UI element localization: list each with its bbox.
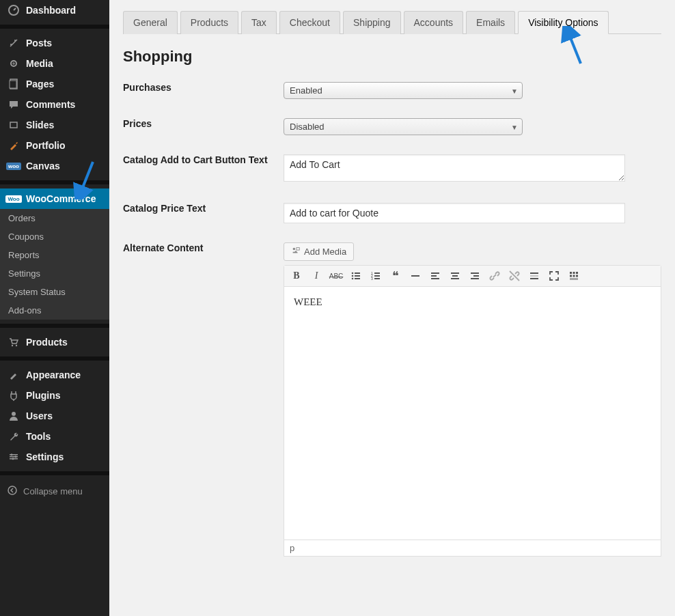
sidebar-label: Settings (26, 451, 64, 462)
editor-quote-button[interactable]: ❝ (386, 267, 405, 285)
editor-unlink-button[interactable] (505, 267, 524, 285)
tab-shipping[interactable]: Shipping (343, 11, 401, 34)
svg-rect-30 (431, 272, 439, 274)
tab-products[interactable]: Products (180, 11, 238, 34)
tab-visibility-options[interactable]: Visibility Options (518, 11, 608, 34)
editor-align-center-button[interactable] (445, 267, 465, 285)
tab-tax[interactable]: Tax (241, 11, 277, 34)
label-catalog-btn: Catalog Add to Cart Button Text (123, 154, 284, 165)
sidebar-label: Comments (26, 99, 75, 110)
sidebar-item-portfolio[interactable]: Portfolio (0, 135, 109, 156)
sidebar-sub-settings[interactable]: Settings (0, 264, 109, 283)
svg-rect-29 (411, 275, 419, 277)
add-media-label: Add Media (304, 247, 346, 257)
svg-point-7 (12, 412, 16, 416)
sidebar-item-appearance[interactable]: Appearance (0, 365, 109, 385)
editor-more-button[interactable] (525, 267, 544, 285)
editor-bold-button[interactable]: B (287, 267, 306, 285)
brush-icon (7, 140, 20, 151)
plugin-icon (7, 390, 20, 401)
svg-rect-44 (576, 272, 578, 274)
svg-point-17 (352, 272, 354, 275)
svg-rect-43 (573, 272, 575, 274)
label-catalog-price: Catalog Price Text (123, 203, 284, 214)
sidebar-item-posts[interactable]: Posts (0, 33, 109, 53)
sidebar-item-pages[interactable]: Pages (0, 74, 109, 94)
editor-align-right-button[interactable] (465, 267, 484, 285)
sidebar-label: Canvas (26, 160, 60, 171)
sidebar-item-products[interactable]: Products (0, 332, 109, 352)
editor-content-area[interactable]: WEEE (284, 287, 661, 540)
editor-status-bar: p (284, 540, 661, 557)
tab-checkout[interactable]: Checkout (279, 11, 340, 34)
sidebar-sub-coupons[interactable]: Coupons (0, 227, 109, 246)
editor-link-button[interactable] (485, 267, 504, 285)
field-catalog-price-text: Catalog Price Text (123, 203, 661, 223)
svg-rect-34 (452, 275, 458, 277)
editor-hr-button[interactable] (406, 267, 425, 285)
tab-general[interactable]: General (123, 11, 178, 34)
field-catalog-btn-text: Catalog Add to Cart Button Text (123, 154, 661, 184)
svg-rect-42 (570, 272, 572, 274)
tab-emails[interactable]: Emails (466, 11, 515, 34)
editor-toolbar-toggle-button[interactable] (564, 267, 583, 285)
svg-rect-22 (355, 278, 360, 279)
select-prices[interactable]: Disabled ▼ (284, 118, 523, 135)
svg-rect-33 (451, 272, 459, 274)
add-media-button[interactable]: Add Media (284, 242, 354, 261)
editor-ol-button[interactable]: 123 (366, 267, 385, 285)
sidebar-sub-orders[interactable]: Orders (0, 209, 109, 227)
sidebar-collapse[interactable]: Collapse menu (0, 479, 109, 503)
sidebar-sub-reports[interactable]: Reports (0, 246, 109, 264)
sidebar-sub-system-status[interactable]: System Status (0, 283, 109, 301)
svg-point-5 (12, 345, 13, 346)
select-value: Disabled (290, 122, 325, 132)
canvas-icon: woo (7, 163, 20, 170)
sidebar-label: Tools (26, 431, 51, 442)
textarea-catalog-btn[interactable] (284, 154, 625, 182)
page-icon (7, 79, 20, 89)
field-alternate-content: Alternate Content Add Media B I ABC 123 (123, 242, 661, 557)
sidebar-item-tools[interactable]: Tools (0, 426, 109, 447)
chevron-down-icon: ▼ (511, 87, 518, 94)
tab-accounts[interactable]: Accounts (404, 11, 464, 34)
svg-point-15 (293, 248, 296, 251)
sidebar-label: Slides (26, 120, 54, 130)
editor-ul-button[interactable] (346, 267, 366, 285)
svg-rect-18 (355, 272, 360, 274)
editor-align-left-button[interactable] (426, 267, 445, 285)
sidebar-label: Dashboard (26, 5, 76, 16)
woo-icon: Woo (7, 195, 20, 203)
appearance-icon (7, 369, 20, 380)
input-catalog-price[interactable] (284, 203, 625, 223)
editor-strike-button[interactable]: ABC (327, 267, 346, 285)
sidebar-item-canvas[interactable]: woo Canvas (0, 156, 109, 176)
sidebar-item-woocommerce[interactable]: Woo WooCommerce (0, 188, 109, 209)
sidebar-label: Appearance (26, 369, 81, 380)
sidebar-label: Posts (26, 38, 52, 48)
sidebar-sub-addons[interactable]: Add-ons (0, 301, 109, 320)
sidebar-item-dashboard[interactable]: Dashboard (0, 0, 109, 20)
svg-point-14 (8, 486, 16, 494)
select-value: Enabled (290, 85, 322, 96)
sidebar-item-slides[interactable]: Slides (0, 115, 109, 135)
sidebar-label: Users (26, 410, 53, 421)
field-purchases: Purchases Enabled ▼ (123, 82, 661, 99)
select-purchases[interactable]: Enabled ▼ (284, 82, 523, 99)
svg-rect-41 (530, 278, 538, 279)
label-alternate: Alternate Content (123, 242, 284, 253)
editor-fullscreen-button[interactable] (545, 267, 564, 285)
sidebar-item-settings[interactable]: Settings (0, 447, 109, 467)
sidebar-label: WooCommerce (26, 193, 96, 204)
sidebar-item-plugins[interactable]: Plugins (0, 385, 109, 406)
svg-rect-45 (570, 275, 572, 277)
editor-italic-button[interactable]: I (307, 267, 326, 285)
collapse-icon (7, 485, 18, 498)
svg-text:3: 3 (371, 277, 373, 281)
sidebar-item-media[interactable]: Media (0, 53, 109, 74)
svg-rect-31 (431, 275, 437, 277)
wrench-icon (7, 431, 20, 442)
sidebar-item-users[interactable]: Users (0, 406, 109, 426)
sidebar-item-comments[interactable]: Comments (0, 94, 109, 115)
slides-icon (7, 120, 20, 130)
